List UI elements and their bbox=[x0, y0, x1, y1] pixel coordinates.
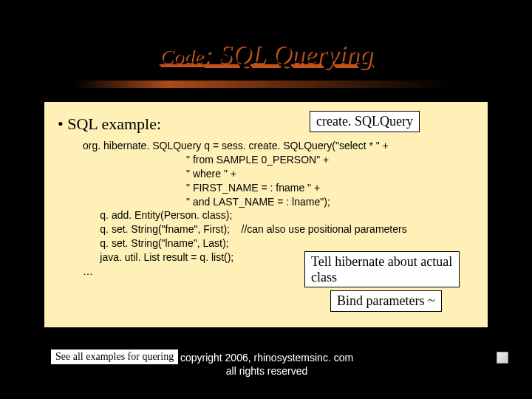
callout-bind-parameters: Bind parameters ~ bbox=[330, 290, 442, 312]
slide-title: Code: SQL Querying bbox=[0, 0, 532, 69]
callout-create-sqlquery: create. SQLQuery bbox=[310, 111, 420, 132]
copyright-text: copyright 2006, rhinosystemsinc. com all… bbox=[174, 352, 359, 378]
title-word-code: Code bbox=[160, 44, 203, 67]
title-rest: : SQL Querying bbox=[203, 39, 372, 69]
slide-mode-icon[interactable] bbox=[497, 352, 508, 364]
title-underline-accent bbox=[74, 81, 451, 88]
bullet-sql-example: SQL example: bbox=[58, 115, 161, 134]
callout-tell-hibernate: Tell hibernate about actual class bbox=[304, 251, 460, 287]
see-all-examples-button[interactable]: See all examples for quering bbox=[50, 349, 179, 365]
